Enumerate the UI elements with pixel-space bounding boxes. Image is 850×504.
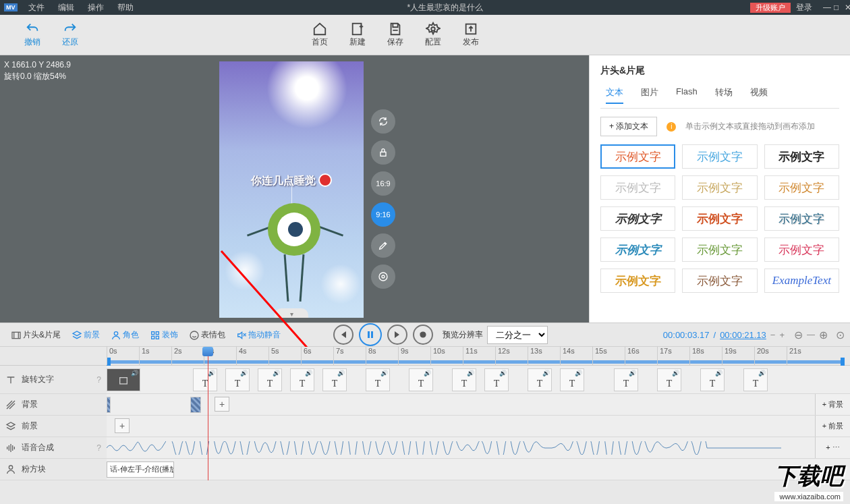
total-time[interactable]: 00:00:21.13 [720,330,766,340]
sound-icon[interactable]: 🔊 [240,370,248,376]
sound-icon[interactable]: 🔊 [305,370,312,376]
timeline-clip[interactable]: 🔊T [366,368,390,391]
text-sample[interactable]: 示例文字 [600,237,675,262]
add-fg-button[interactable]: + 前景 [815,416,850,437]
timeline-clip[interactable]: 🔊T [528,368,552,391]
canvas-frame[interactable]: 你连几点睡觉 ▾ [219,61,364,318]
time-plus[interactable]: + [779,330,785,340]
maximize-icon[interactable]: □ [828,3,839,12]
text-sample[interactable]: 示例文字 [764,206,839,231]
lock-icon[interactable] [371,140,395,165]
prev-button[interactable] [333,325,353,345]
timeline-clip[interactable]: 🔊T [225,368,250,391]
sound-icon[interactable]: 🔊 [131,370,138,376]
track-content[interactable] [107,437,815,458]
menu-file[interactable]: 文件 [22,2,51,13]
timeline-clip[interactable]: 🔊T [322,368,347,391]
ratio-9-16-button[interactable]: 9:16 [371,202,395,227]
save-button[interactable]: 保存 [376,22,414,48]
tab-flash[interactable]: Flash [676,86,698,104]
track-content[interactable]: + [107,416,815,437]
sound-icon[interactable]: 🔊 [629,370,636,376]
timeline-clip[interactable]: 🔊T [484,368,509,391]
text-sample[interactable]: 示例文字 [764,144,839,169]
tab-image[interactable]: 图片 [641,86,658,104]
timeline-clip[interactable]: 🔊 [107,368,140,391]
config-button[interactable]: 配置 [414,22,452,48]
tab-text[interactable]: 文本 [606,86,623,104]
sound-icon[interactable]: 🔊 [672,370,679,376]
track-content[interactable]: 话-伸左手-介绍(播放完 [107,459,850,480]
sound-icon[interactable]: 🔊 [424,370,431,376]
toolbar-smile[interactable]: 表情包 [183,329,231,341]
text-sample[interactable]: 示例文字 [682,237,757,262]
pause-button[interactable] [359,323,382,346]
undo-button[interactable]: 撤销 [13,22,51,48]
edit-icon[interactable] [371,233,395,258]
add-tts-button[interactable]: + ⋯ [815,437,850,458]
home-button[interactable]: 首页 [301,22,339,48]
help-icon[interactable]: ? [96,443,101,453]
text-sample[interactable]: 示例文字 [682,144,757,169]
sound-icon[interactable]: 🔊 [542,370,550,376]
text-sample[interactable]: 示例文字 [600,144,675,169]
zoom-fit-icon[interactable]: ⊙ [836,329,845,341]
add-bg-button[interactable]: + 背景 [815,394,850,415]
playhead[interactable] [208,347,208,480]
sound-icon[interactable]: 🔊 [575,370,582,376]
login-button[interactable]: 登录 [791,2,818,13]
range-end-handle[interactable] [841,358,845,366]
zoom-in-icon[interactable]: ⊕ [819,329,828,341]
expand-toggle[interactable]: ▾ [275,308,308,318]
sound-icon[interactable]: 🔊 [208,370,215,376]
minimize-icon[interactable]: — [818,3,828,12]
timeline-clip[interactable]: 🔊T [258,368,282,391]
zoom-out-icon[interactable]: ⊖ [794,329,803,341]
sound-icon[interactable]: 🔊 [715,370,722,376]
ratio-16-9-button[interactable]: 16:9 [371,171,395,196]
canvas-area[interactable]: X 1661.0 Y 2486.9旋转0.0 缩放54% 你连几点睡觉 ▾ 16… [0,55,589,323]
timeline-clip[interactable] [107,397,111,413]
track-content[interactable]: + [107,394,815,415]
track-content[interactable]: 🔊 🔊T🔊T🔊T🔊T🔊T🔊T🔊T🔊T🔊T🔊T🔊T🔊T🔊T🔊T🔊T [107,366,850,393]
text-sample[interactable]: 示例文字 [764,175,839,200]
add-clip-button[interactable]: + [215,397,229,412]
text-sample[interactable]: 示例文字 [600,206,675,231]
resolution-select[interactable]: 二分之一 [487,326,548,344]
toolbar-film[interactable]: 片头&片尾 [5,329,66,341]
text-sample[interactable]: ExampleText [764,269,839,293]
add-text-button[interactable]: + 添加文本 [600,117,657,136]
timeline-clip[interactable]: 🔊T [452,368,476,391]
menu-help[interactable]: 帮助 [111,2,140,13]
sound-icon[interactable]: 🔊 [467,370,474,376]
text-sample[interactable]: 示例文字 [600,175,675,200]
timeline-clip[interactable]: 🔊T [743,368,768,391]
next-button[interactable] [387,325,407,345]
tab-video[interactable]: 视频 [750,86,768,104]
sound-icon[interactable]: 🔊 [380,370,388,376]
add-clip-button[interactable]: + [115,418,130,433]
timeline-clip[interactable]: 🔊T [409,368,433,391]
sound-icon[interactable]: 🔊 [499,370,507,376]
sound-icon[interactable]: 🔊 [273,370,280,376]
time-minus[interactable]: − [770,330,776,340]
character-body[interactable] [268,203,320,256]
tab-transition[interactable]: 转场 [715,86,733,104]
redo-button[interactable]: 还原 [51,22,89,48]
toolbar-user[interactable]: 角色 [105,329,144,341]
toolbar-layers[interactable]: 前景 [66,329,105,341]
toolbar-grid[interactable]: 装饰 [144,329,183,341]
help-icon[interactable]: ? [96,375,101,385]
sound-icon[interactable]: 🔊 [758,370,766,376]
close-icon[interactable]: ✕ [839,3,850,12]
settings-icon[interactable] [371,264,395,289]
timeline-clip[interactable]: 🔊T [700,368,725,391]
timeline-clip[interactable]: 🔊T [560,368,584,391]
timeline-clip[interactable] [190,397,201,413]
publish-button[interactable]: 发布 [452,22,490,48]
text-sample[interactable]: 示例文字 [764,237,839,262]
timeline-clip[interactable]: 🔊T [193,368,217,391]
toolbar-mute[interactable]: 拖动静音 [231,329,286,341]
timeline-clip[interactable]: 🔊T [657,368,681,391]
text-sample[interactable]: 示例文字 [682,206,757,231]
